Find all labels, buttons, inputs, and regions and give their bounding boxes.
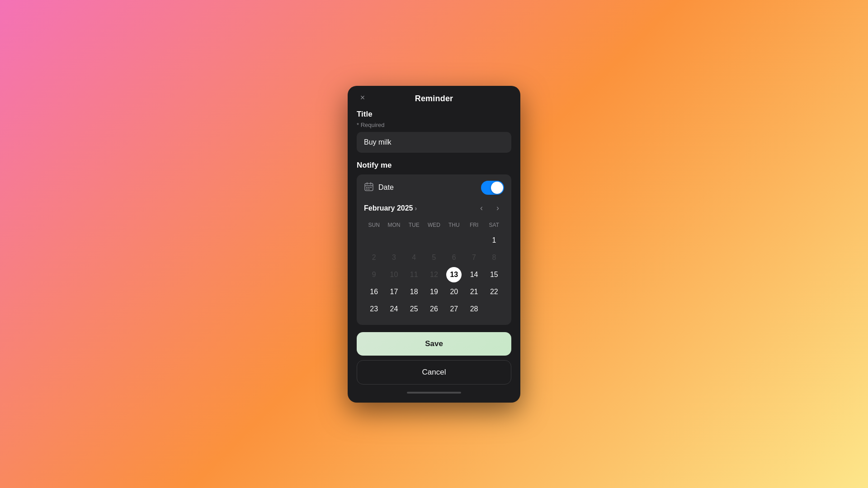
date-label-row: Date [364,182,394,194]
month-chevron-icon: › [415,205,417,212]
modal-header: × Reminder [348,86,520,110]
calendar-nav: February 2025 › ‹ › [364,202,504,215]
svg-rect-4 [366,187,368,188]
svg-rect-8 [368,188,370,189]
day-cell-7[interactable]: 7 [464,249,484,266]
day-cell-5[interactable]: 5 [424,249,444,266]
day-cell-empty [384,232,404,249]
day-cell-15[interactable]: 15 [484,266,504,283]
day-cell-25[interactable]: 25 [404,300,424,318]
notify-label: Notify me [348,161,520,174]
day-cell-empty [444,232,464,249]
home-indicator [348,390,520,394]
day-cell-24[interactable]: 24 [384,300,404,318]
day-header-sat: SAT [484,220,504,232]
day-cell-1[interactable]: 1 [484,232,504,249]
cancel-button[interactable]: Cancel [357,360,511,385]
next-month-button[interactable]: › [491,202,504,215]
day-cell-28[interactable]: 28 [464,300,484,318]
day-cell-17[interactable]: 17 [384,283,404,300]
close-button[interactable]: × [356,91,369,104]
date-header: Date [364,181,504,195]
svg-rect-7 [366,188,368,189]
day-cell-27[interactable]: 27 [444,300,464,318]
day-header-mon: MON [384,220,404,232]
modal-title: Reminder [415,94,453,103]
prev-month-button[interactable]: ‹ [475,202,488,215]
day-header-fri: FRI [464,220,484,232]
svg-rect-5 [368,187,370,188]
day-cell-19[interactable]: 19 [424,283,444,300]
title-label: Title [348,110,520,122]
home-bar [407,392,461,394]
day-header-tue: TUE [404,220,424,232]
date-toggle[interactable] [481,181,504,195]
save-button[interactable]: Save [357,332,511,356]
day-cell-23[interactable]: 23 [364,300,384,318]
day-cell-empty [424,232,444,249]
day-cell-22[interactable]: 22 [484,283,504,300]
month-year-selector[interactable]: February 2025 › [364,204,417,212]
date-label-text: Date [378,183,394,192]
required-text: * Required [348,122,520,132]
day-header-wed: WED [424,220,444,232]
day-cell-empty [364,232,384,249]
toggle-knob [491,182,503,194]
month-year-text: February 2025 [364,204,413,212]
day-cell-26[interactable]: 26 [424,300,444,318]
day-cell-18[interactable]: 18 [404,283,424,300]
day-cell-2[interactable]: 2 [364,249,384,266]
reminder-modal: × Reminder Title * Required Notify me [348,86,520,403]
day-header-sun: SUN [364,220,384,232]
day-cell-9[interactable]: 9 [364,266,384,283]
svg-rect-6 [370,187,372,188]
day-cell-empty [464,232,484,249]
calendar-icon [364,182,374,194]
day-cell-11[interactable]: 11 [404,266,424,283]
day-cell-16[interactable]: 16 [364,283,384,300]
date-card: Date February 2025 › ‹ › SUN MON TUE WED [357,174,511,325]
day-cell-6[interactable]: 6 [444,249,464,266]
calendar-grid: SUN MON TUE WED THU FRI SAT 1 2 3 4 5 6 … [364,220,504,318]
day-cell-13[interactable]: 13 [444,266,464,283]
day-cell-4[interactable]: 4 [404,249,424,266]
day-cell-10[interactable]: 10 [384,266,404,283]
day-header-thu: THU [444,220,464,232]
day-cell-21[interactable]: 21 [464,283,484,300]
day-cell-empty-end [484,300,504,318]
nav-arrows: ‹ › [475,202,504,215]
day-cell-3[interactable]: 3 [384,249,404,266]
day-cell-20[interactable]: 20 [444,283,464,300]
title-input[interactable] [357,132,511,153]
day-cell-8[interactable]: 8 [484,249,504,266]
day-cell-14[interactable]: 14 [464,266,484,283]
day-cell-empty [404,232,424,249]
day-cell-12[interactable]: 12 [424,266,444,283]
